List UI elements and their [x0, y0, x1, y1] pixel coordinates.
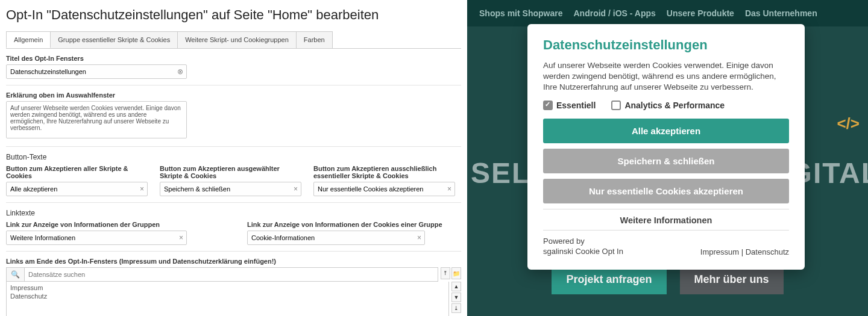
- nav-item[interactable]: Shops mit Shopware: [479, 8, 562, 18]
- nav-item[interactable]: Das Unternehmen: [745, 8, 817, 18]
- checkbox-analytics[interactable]: Analytics & Performance: [611, 101, 725, 110]
- section-explanation: Erklärung oben im Auswahlfenster Auf uns…: [6, 85, 461, 147]
- link-cookies-label: Link zur Anzeige von Informationen der C…: [247, 221, 461, 228]
- privacy-link[interactable]: Datenschutz: [746, 247, 789, 256]
- imprint-link[interactable]: Impressum: [700, 247, 739, 256]
- tab-bar: Allgemein Gruppe essentieller Skripte & …: [6, 31, 461, 49]
- btn-all-input[interactable]: [6, 182, 148, 196]
- checkbox-label: Essentiell: [556, 101, 596, 110]
- tab-allgemein[interactable]: Allgemein: [6, 31, 51, 48]
- move-down-button[interactable]: ▼: [451, 293, 461, 302]
- cookie-modal: Datenschutzeinstellungen Auf unserer Web…: [527, 24, 805, 270]
- page-title: Opt-In "Datenschutzeinstellungen" auf Se…: [6, 7, 461, 23]
- footer-links: Impressum | Datenschutz: [700, 247, 789, 256]
- search-button[interactable]: 🔍: [6, 267, 24, 282]
- list-item[interactable]: Datenschutz: [10, 292, 445, 300]
- explanation-label: Erklärung oben im Auswahlfenster: [6, 91, 461, 99]
- preview-pane: Shops mit Shopware Android / iOS - Apps …: [467, 0, 868, 316]
- nav-item[interactable]: Android / iOS - Apps: [573, 8, 655, 18]
- clear-icon[interactable]: ×: [417, 234, 421, 242]
- clear-icon[interactable]: ×: [140, 185, 144, 193]
- linktexts-heading: Linktexte: [6, 209, 461, 217]
- clear-icon[interactable]: ×: [179, 234, 183, 242]
- clear-icon[interactable]: ×: [447, 185, 451, 193]
- checkbox-icon: [611, 101, 621, 110]
- checkbox-essential[interactable]: Essentiell: [543, 101, 596, 110]
- code-icon: </>: [837, 114, 860, 133]
- move-up-button[interactable]: ▲: [451, 282, 461, 291]
- button-texts-heading: Button-Texte: [6, 153, 461, 161]
- modal-description: Auf unserer Webseite werden Cookies verw…: [543, 60, 789, 93]
- checkbox-icon: [543, 101, 553, 110]
- move-bottom-button[interactable]: ⤓: [451, 303, 461, 313]
- btn-ess-label: Button zum Akzeptieren ausschließlich es…: [313, 165, 455, 179]
- tab-other-groups[interactable]: Weitere Skript- und Cookiegruppen: [177, 31, 297, 48]
- tab-colors[interactable]: Farben: [296, 31, 333, 48]
- divider: [543, 230, 789, 231]
- btn-sel-input[interactable]: [160, 182, 301, 196]
- end-links-list[interactable]: Impressum Datenschutz: [6, 282, 449, 316]
- link-groups-label: Link zur Anzeige von Informationen der G…: [6, 221, 235, 228]
- list-item[interactable]: Impressum: [10, 283, 445, 292]
- end-links-label: Links am Ende des Opt-In-Fensters (Impre…: [6, 258, 461, 265]
- more-info-link[interactable]: Weitere Informationen: [543, 215, 789, 225]
- move-top-button[interactable]: ⤒: [441, 267, 450, 279]
- essential-only-button[interactable]: Nur essentielle Cookies akzeptieren: [543, 179, 789, 203]
- checkbox-label: Analytics & Performance: [624, 101, 725, 110]
- search-icon: 🔍: [11, 270, 20, 279]
- tab-essential-group[interactable]: Gruppe essentieller Skripte & Cookies: [50, 31, 178, 48]
- nav-item[interactable]: Unsere Produkte: [667, 8, 734, 18]
- btn-sel-label: Button zum Akzeptieren ausgewählter Skri…: [160, 165, 301, 179]
- modal-title: Datenschutzeinstellungen: [543, 37, 789, 53]
- divider: [543, 209, 789, 209]
- nav-bar: Shops mit Shopware Android / iOS - Apps …: [467, 0, 868, 26]
- clear-icon[interactable]: ×: [294, 185, 298, 193]
- explanation-textarea[interactable]: Auf unserer Webseite werden Cookies verw…: [6, 101, 187, 138]
- save-close-button[interactable]: Speichern & schließen: [543, 149, 789, 173]
- btn-all-label: Button zum Akzeptieren aller Skripte & C…: [6, 165, 148, 179]
- accept-all-button[interactable]: Alle akzeptieren: [543, 119, 789, 143]
- btn-ess-input[interactable]: [313, 182, 455, 196]
- browse-button[interactable]: 📁: [451, 267, 461, 279]
- powered-by: Powered by sgalinski Cookie Opt In: [543, 237, 623, 257]
- search-input[interactable]: [24, 267, 438, 282]
- section-end-links: Links am Ende des Opt-In-Fensters (Impre…: [6, 252, 461, 316]
- editor-pane: Opt-In "Datenschutzeinstellungen" auf Se…: [0, 0, 467, 316]
- section-button-texts: Button-Texte Button zum Akzeptieren alle…: [6, 147, 461, 203]
- link-groups-input[interactable]: [6, 231, 187, 245]
- section-linktexts: Linktexte Link zur Anzeige von Informati…: [6, 203, 461, 252]
- clear-icon[interactable]: ⊗: [177, 67, 183, 76]
- title-input[interactable]: [6, 64, 187, 79]
- link-cookies-input[interactable]: [247, 231, 425, 245]
- section-title: Titel des Opt-In Fensters ⊗: [6, 49, 461, 85]
- title-label: Titel des Opt-In Fensters: [6, 55, 461, 62]
